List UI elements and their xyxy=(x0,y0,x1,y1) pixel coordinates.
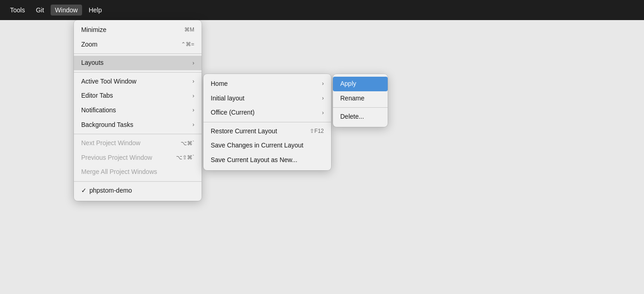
menu-background-tasks-arrow: › xyxy=(192,121,194,129)
menu-layout-office-arrow: › xyxy=(322,109,324,117)
menubar: Tools Git Window Help xyxy=(0,0,644,20)
menu-layouts[interactable]: Layouts › xyxy=(74,56,202,70)
menu-project-check: ✓ xyxy=(81,186,87,195)
menu-rename-label: Rename xyxy=(340,94,364,103)
menubar-help[interactable]: Help xyxy=(84,5,106,16)
menu-next-project-window-shortcut: ⌥⌘` xyxy=(181,140,194,147)
menu-active-tool-window[interactable]: Active Tool Window › xyxy=(74,74,202,89)
menu-delete-label: Delete... xyxy=(340,112,364,121)
menu-minimize-shortcut: ⌘M xyxy=(184,26,194,34)
layouts-separator-1 xyxy=(203,122,331,122)
menu-zoom-label: Zoom xyxy=(81,40,98,49)
separator-4 xyxy=(74,181,202,182)
menubar-git[interactable]: Git xyxy=(31,5,49,16)
menu-background-tasks-label: Background Tasks xyxy=(81,121,133,130)
menu-layout-initial-arrow: › xyxy=(322,94,324,102)
menu-save-current-as-new[interactable]: Save Current Layout as New... xyxy=(203,153,331,168)
menu-layout-home-label: Home xyxy=(211,79,228,89)
menu-layout-initial-label: Initial layout xyxy=(211,94,244,103)
menu-layouts-arrow: › xyxy=(192,59,194,67)
menu-background-tasks[interactable]: Background Tasks › xyxy=(74,118,202,132)
menu-zoom[interactable]: Zoom ⌃⌘= xyxy=(74,37,202,52)
menu-apply-label: Apply xyxy=(340,79,356,89)
window-menu-panel: Minimize ⌘M Zoom ⌃⌘= Layouts › Active To… xyxy=(74,20,202,201)
separator-1 xyxy=(74,53,202,54)
menu-notifications-label: Notifications xyxy=(81,106,116,115)
menu-previous-project-window: Previous Project Window ⌥⇧⌘` xyxy=(74,151,202,165)
menu-container: Minimize ⌘M Zoom ⌃⌘= Layouts › Active To… xyxy=(74,20,388,201)
menu-save-as-new-label: Save Current Layout as New... xyxy=(211,156,297,165)
menu-restore-label: Restore Current Layout xyxy=(211,127,277,136)
menu-active-tool-window-arrow: › xyxy=(192,78,194,85)
menu-delete[interactable]: Delete... xyxy=(333,110,388,124)
menu-layout-home[interactable]: Home › xyxy=(203,77,331,91)
menu-next-project-window-label: Next Project Window xyxy=(81,139,140,148)
menu-minimize-label: Minimize xyxy=(81,26,106,35)
menu-previous-project-window-label: Previous Project Window xyxy=(81,153,152,163)
menu-layout-home-arrow: › xyxy=(322,80,324,88)
menu-project-label: ✓phpstom-demo xyxy=(81,186,132,195)
layouts-submenu-panel: Home › Initial layout › Office (Current)… xyxy=(203,74,331,170)
menu-restore-current-layout[interactable]: Restore Current Layout ⇧F12 xyxy=(203,124,331,139)
separator-2 xyxy=(74,72,202,73)
menubar-window[interactable]: Window xyxy=(51,5,83,16)
menu-editor-tabs-label: Editor Tabs xyxy=(81,91,113,100)
layout-actions-panel: Apply Rename Delete... xyxy=(333,74,388,127)
menu-layout-office[interactable]: Office (Current) › xyxy=(203,105,331,120)
menu-editor-tabs[interactable]: Editor Tabs › xyxy=(74,89,202,103)
menu-merge-all-project-windows: Merge All Project Windows xyxy=(74,165,202,179)
actions-separator-1 xyxy=(333,107,388,108)
menu-layout-initial[interactable]: Initial layout › xyxy=(203,91,331,106)
separator-3 xyxy=(74,134,202,134)
menu-project[interactable]: ✓phpstom-demo xyxy=(74,184,202,198)
menu-next-project-window: Next Project Window ⌥⌘` xyxy=(74,136,202,151)
menu-restore-shortcut: ⇧F12 xyxy=(310,127,324,135)
menu-minimize[interactable]: Minimize ⌘M xyxy=(74,23,202,37)
menubar-tools[interactable]: Tools xyxy=(5,5,30,16)
menu-layout-office-label: Office (Current) xyxy=(211,108,254,117)
menu-layouts-label: Layouts xyxy=(81,58,104,68)
menu-rename[interactable]: Rename xyxy=(333,91,388,106)
menu-merge-all-label: Merge All Project Windows xyxy=(81,168,157,177)
menu-notifications-arrow: › xyxy=(192,106,194,114)
menu-active-tool-window-label: Active Tool Window xyxy=(81,77,136,86)
menu-save-changes[interactable]: Save Changes in Current Layout xyxy=(203,138,331,153)
menu-previous-project-window-shortcut: ⌥⇧⌘` xyxy=(176,154,194,162)
menu-zoom-shortcut: ⌃⌘= xyxy=(181,41,194,48)
menu-editor-tabs-arrow: › xyxy=(192,92,194,100)
menu-notifications[interactable]: Notifications › xyxy=(74,103,202,118)
menu-apply[interactable]: Apply xyxy=(333,77,388,91)
menu-save-changes-label: Save Changes in Current Layout xyxy=(211,141,303,150)
